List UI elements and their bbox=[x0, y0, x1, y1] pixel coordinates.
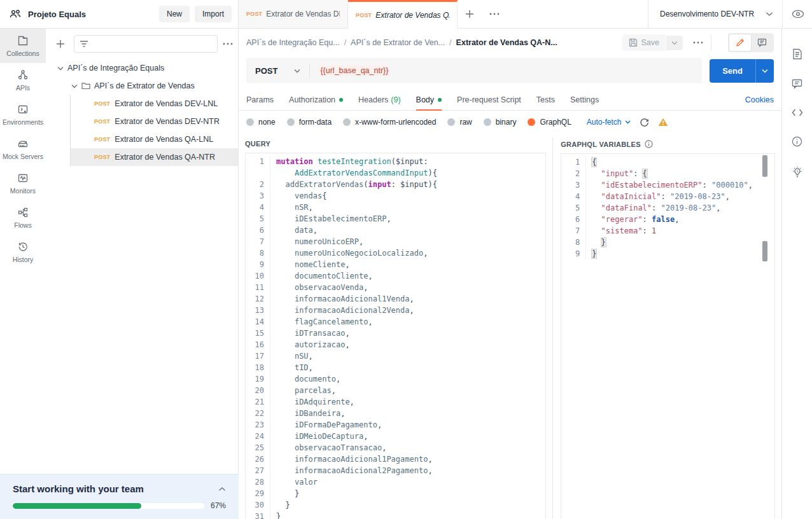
chevron-down-icon bbox=[625, 120, 631, 124]
autofetch-dropdown[interactable]: Auto-fetch bbox=[587, 118, 631, 127]
tree-controls bbox=[46, 29, 238, 59]
history-icon bbox=[17, 241, 29, 253]
sidebar-item-apis[interactable]: APIs bbox=[0, 63, 46, 97]
code-snippet-icon[interactable] bbox=[792, 99, 803, 127]
send-split-button: Send bbox=[710, 59, 774, 83]
breadcrumb-folder[interactable]: API´s de Extrator de Ven... bbox=[351, 38, 445, 47]
collections-icon bbox=[17, 35, 29, 46]
tab-params[interactable]: Params bbox=[246, 90, 274, 110]
info-icon[interactable] bbox=[792, 127, 802, 156]
tab-prerequest-script[interactable]: Pre-request Script bbox=[457, 90, 521, 110]
save-options-chevron[interactable] bbox=[666, 36, 683, 50]
environments-icon bbox=[17, 104, 29, 115]
variables-editor[interactable]: 1{2 "input": {3 "idEstabelecimentoERP": … bbox=[561, 153, 775, 519]
comments-icon[interactable] bbox=[792, 69, 802, 99]
green-dot bbox=[438, 98, 442, 102]
breadcrumb-request[interactable]: Extrator de Vendas QA-N... bbox=[456, 38, 557, 47]
variables-panel-title: GRAPHQL VARIABLES bbox=[561, 137, 775, 153]
edit-mode-button[interactable] bbox=[729, 34, 751, 51]
send-button[interactable]: Send bbox=[710, 59, 755, 83]
comment-mode-button[interactable] bbox=[751, 34, 773, 51]
tab-body-active[interactable]: Body bbox=[416, 90, 442, 110]
bodytype-urlencoded[interactable]: x-www-form-urlencoded bbox=[343, 118, 436, 127]
body-type-row: none form-data x-www-form-urlencoded raw… bbox=[239, 111, 781, 134]
sidebar-item-flows[interactable]: Flows bbox=[0, 200, 46, 235]
add-collection-button[interactable] bbox=[56, 39, 65, 48]
documentation-icon[interactable] bbox=[792, 39, 802, 69]
team-banner: Start working with your team 67% bbox=[0, 474, 239, 519]
breadcrumb-row: API´s de Integração Equ... / API´s de Ex… bbox=[239, 29, 781, 57]
sidebar-item-collections[interactable]: Collections bbox=[0, 29, 46, 63]
tab-options-icon[interactable] bbox=[482, 0, 507, 28]
tree-request-qa-lnl[interactable]: POST Extrator de Vendas QA-LNL bbox=[71, 130, 238, 148]
request-config-tabs: Params Authorization Headers(9) Body Pre… bbox=[239, 90, 781, 111]
request-more-icon[interactable] bbox=[693, 41, 703, 44]
lightbulb-icon[interactable] bbox=[792, 156, 803, 188]
variables-panel: GRAPHQL VARIABLES 1{2 "input": {3 "idEst… bbox=[552, 137, 775, 519]
tree-folder[interactable]: API´s de Extrator de Vendas bbox=[46, 77, 238, 95]
save-icon bbox=[629, 38, 638, 47]
bodytype-form-data[interactable]: form-data bbox=[287, 118, 332, 127]
environment-name: Desenvolvimento DEV-NTR bbox=[660, 10, 766, 18]
sidebar-item-mock-servers[interactable]: Mock Servers bbox=[0, 132, 46, 166]
tab-headers[interactable]: Headers(9) bbox=[358, 90, 401, 110]
bodytype-graphql-selected[interactable]: GraphQL bbox=[528, 118, 571, 127]
tree-collection-root[interactable]: API´s de Integração Equals bbox=[46, 59, 238, 77]
workspace-name[interactable]: Projeto Equals bbox=[28, 10, 154, 19]
tree-request-dev-lnl[interactable]: POST Extrator de Vendas DEV-LNL bbox=[71, 95, 238, 113]
variables-scrollbar-thumb[interactable] bbox=[762, 155, 767, 177]
filter-input[interactable] bbox=[74, 35, 218, 53]
method-select[interactable]: POST bbox=[246, 66, 309, 76]
request-tab-qa-ntr-active[interactable]: POST Extrator de Vendas QA- bbox=[348, 0, 458, 29]
tab-authorization[interactable]: Authorization bbox=[289, 90, 343, 110]
warning-icon[interactable] bbox=[658, 118, 668, 127]
progress-fill bbox=[13, 503, 141, 509]
breadcrumb-collection[interactable]: API´s de Integração Equ... bbox=[246, 38, 340, 47]
sidebar-rail: Collections APIs Environments Mock Serve… bbox=[0, 29, 46, 519]
chevron-up-icon[interactable] bbox=[218, 487, 226, 492]
apis-icon bbox=[17, 69, 29, 81]
sidebar-item-environments[interactable]: Environments bbox=[0, 97, 46, 132]
monitors-icon bbox=[17, 172, 29, 184]
refresh-schema-icon[interactable] bbox=[640, 118, 649, 127]
send-options-chevron[interactable] bbox=[755, 59, 774, 83]
mock-servers-icon bbox=[17, 138, 29, 149]
bodytype-none[interactable]: none bbox=[246, 118, 276, 127]
cookies-link[interactable]: Cookies bbox=[745, 95, 774, 104]
filter-icon bbox=[80, 40, 88, 48]
import-button[interactable]: Import bbox=[195, 6, 232, 22]
new-button[interactable]: New bbox=[159, 6, 190, 22]
tab-settings[interactable]: Settings bbox=[570, 90, 599, 110]
url-input[interactable]: {{url_base_qa_ntr}} bbox=[319, 65, 389, 76]
request-tabstrip: POST Extrator de Vendas DEV- POST Extrat… bbox=[239, 0, 648, 28]
sidebar-item-history[interactable]: History bbox=[0, 235, 46, 269]
onboarding-progress-bar bbox=[13, 503, 204, 509]
banner-title: Start working with your team bbox=[13, 483, 218, 494]
bodytype-binary[interactable]: binary bbox=[484, 118, 517, 127]
flows-icon bbox=[17, 207, 29, 218]
tree-request-dev-ntr[interactable]: POST Extrator de Vendas DEV-NTR bbox=[71, 113, 238, 130]
query-editor[interactable]: 1mutation testeIntegration($input: AddEx… bbox=[245, 153, 546, 519]
chevron-down-icon bbox=[294, 69, 300, 73]
tree-more-icon[interactable] bbox=[223, 43, 233, 45]
right-rail bbox=[781, 29, 812, 519]
top-bar: Projeto Equals New Import POST Extrator … bbox=[0, 0, 812, 29]
sidebar-item-monitors[interactable]: Monitors bbox=[0, 166, 46, 200]
request-tab-dev-ntr[interactable]: POST Extrator de Vendas DEV- bbox=[239, 0, 348, 28]
variables-scrollbar-thumb[interactable] bbox=[762, 241, 767, 261]
progress-percent: 67% bbox=[211, 501, 226, 510]
new-tab-button[interactable] bbox=[458, 0, 482, 28]
chevron-down-icon bbox=[71, 84, 78, 88]
tree-request-qa-ntr-selected[interactable]: POST Extrator de Vendas QA-NTR bbox=[71, 148, 238, 166]
bodytype-raw[interactable]: raw bbox=[447, 118, 472, 127]
tab-tests[interactable]: Tests bbox=[536, 90, 555, 110]
environment-selector[interactable]: Desenvolvimento DEV-NTR bbox=[648, 0, 812, 28]
url-bar: POST {{url_base_qa_ntr}} bbox=[246, 58, 702, 83]
graphql-editors: QUERY 1mutation testeIntegration($input:… bbox=[239, 134, 781, 519]
environment-eye-icon[interactable] bbox=[782, 0, 804, 28]
comment-icon bbox=[757, 38, 767, 47]
tab-label: Extrator de Vendas QA- bbox=[375, 11, 449, 20]
save-button[interactable]: Save bbox=[622, 34, 666, 51]
request-pane: API´s de Integração Equ... / API´s de Ex… bbox=[239, 29, 781, 519]
info-icon bbox=[645, 140, 653, 148]
